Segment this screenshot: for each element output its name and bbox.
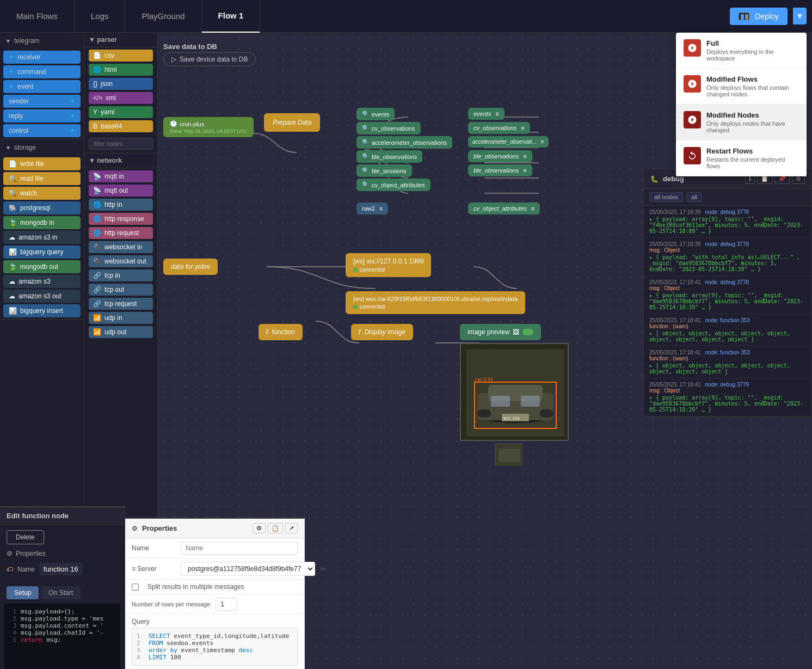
cron-plus-node[interactable]: 🕐 cron-plus Done: May 25, 2023, 14:18:07… [163,117,254,137]
data-yolov-node[interactable]: data for yolov [163,259,218,275]
network-tcp-out[interactable]: 🔗 tcp out [89,284,153,296]
parser-csv[interactable]: 📄 csv [89,50,153,62]
telegram-section-header[interactable]: ▼ telegram [0,33,84,49]
edit-section-title: ⚙ Properties [7,550,118,557]
prop-split-checkbox[interactable] [132,584,139,591]
write-cv-node[interactable]: cv_observations ≡ [468,122,530,134]
ws2-node[interactable]: [ws] wss://ai-629f15f0dfb63f130000010f.u… [346,291,525,314]
sidebar-item-reply[interactable]: reply ✈ [3,109,81,122]
ws2-status: connected [353,304,518,310]
deploy-modified-flows[interactable]: Modified Flows Only deploys flows that c… [676,69,807,105]
function-node[interactable]: f function [259,324,303,340]
prop-edit-server-btn[interactable]: ✏ [321,564,327,573]
sidebar-item-write-file[interactable]: 📄 write file [3,157,81,170]
accel-query-node[interactable]: 🔍 accelerometer_observations [356,136,452,149]
events-query-node[interactable]: 🔍 events [356,108,395,120]
write-ble-node[interactable]: ble_observations ≡ [468,150,532,162]
ble-sess-query-node[interactable]: 🔍 ble_sessions [356,164,412,177]
sidebar-item-bigquery-query[interactable]: 📊 bigquery query [3,245,81,259]
tab-logs[interactable]: Logs [75,0,126,33]
deploy-modified-nodes[interactable]: Modified Nodes Only deploys nodes that h… [676,105,807,140]
sidebar-item-amazon-s3-in[interactable]: ☁ amazon s3 in [3,231,81,244]
sidebar-item-mongodb-in[interactable]: 🍃 mongodb in [3,216,81,229]
sidebar-item-read-file[interactable]: 🔍 read file [3,172,81,185]
network-mqtt-out[interactable]: 📡 mqtt out [89,185,153,197]
cv-obs-query-node[interactable]: 🔍 cv_observations [356,122,421,134]
setup-tab[interactable]: Setup [7,586,39,599]
watch-icon: 🔍 [9,189,17,197]
ws1-node[interactable]: [ws] ws://127.0.0.1:1999 connected [346,253,431,277]
network-http-in[interactable]: 🌐 http in [89,199,153,211]
save-device-button[interactable]: ▷ Save device data to DB [163,52,256,66]
network-http-request[interactable]: 🌐 http request [89,227,153,239]
parser-html[interactable]: 🌐 html [89,64,153,76]
network-tcp-request[interactable]: 🔗 tcp request [89,298,153,310]
prop-rows-input[interactable] [216,598,237,611]
debug-entries: 25/05/2023, 17:18:39 node: debug 3778 ▸ … [644,206,811,416]
filter-nodes-input[interactable] [89,138,153,150]
parser-base64[interactable]: B base64 [89,120,153,132]
onstart-tab[interactable]: On Start [41,586,81,599]
network-websocket-in[interactable]: 🔌 websocket in [89,241,153,253]
tab-flow1[interactable]: Flow 1 [202,0,261,33]
mongodb-out-icon: 🍃 [9,263,17,271]
sidebar-item-sender[interactable]: sender ✈ [3,95,81,108]
deploy-restart-flows[interactable]: Restart Flows Restarts the current deplo… [676,140,807,176]
amazon-s3-out-icon: ☁ [9,278,15,285]
search-icon: 🔍 [362,111,370,118]
write-ble2-node[interactable]: ble_observations ≡ [468,164,532,176]
deploy-dropdown-button[interactable]: ▼ [793,8,807,24]
write-accel-node[interactable]: accelerometer_observati... ≡ [468,136,549,148]
sidebar-item-bigquery-insert[interactable]: 📊 bigquery insert [3,304,81,317]
top-nav: Main Flows Logs PlayGround Flow 1 Deploy… [0,0,812,33]
deploy-full[interactable]: Full Deploys everything in the workspace [676,33,807,69]
ble-obs-query-node[interactable]: 🔍 ble_observations [356,150,422,163]
prop-name-input[interactable] [181,542,298,555]
code-line-1: 1 msg.payload={}; [9,608,116,615]
prop-copy-btn[interactable]: 📋 [268,523,283,533]
display-image-node[interactable]: f Display image [351,324,413,340]
network-mqtt-in[interactable]: 📡 mqtt in [89,170,153,182]
debug-filter-nodes-btn[interactable]: all nodes [649,192,683,202]
sidebar-item-command[interactable]: ✈ command [3,65,81,78]
parser-yaml[interactable]: Y yaml [89,106,153,118]
prepare-data-node[interactable]: Prepare Data [264,113,320,132]
code-editor[interactable]: 1 msg.payload={}; 2 msg.payload.type = '… [4,604,120,669]
sidebar-item-mongodb-out[interactable]: 🍃 mongodb out [3,260,81,273]
sidebar-item-event[interactable]: ✈ event [3,80,81,93]
tcp-in-icon: 🔗 [93,272,101,279]
network-udp-in[interactable]: 📶 udp in [89,312,153,324]
parser-xml[interactable]: </> xml [89,92,153,104]
sidebar-item-watch[interactable]: 🔍 watch [3,187,81,200]
http-in-icon: 🌐 [93,201,101,208]
prop-query-code[interactable]: 1 SELECT event_type_id,longitude,latitud… [132,628,298,666]
sidebar-item-postgresql[interactable]: 🐘 postgresql [3,201,81,214]
image-preview-node[interactable]: image preview 🖼 [460,324,541,340]
query-line-3: 3 order by event_timestamp desc [137,647,293,654]
debug-filter-all-btn[interactable]: all [686,192,702,202]
write-cv2-node[interactable]: cv_object_attributes ≡ [468,202,540,214]
sidebar-item-amazon-s3-out[interactable]: ☁ amazon s3 out [3,290,81,303]
raw2-node[interactable]: raw2 ≡ [356,202,388,214]
parser-json[interactable]: {} json [89,78,153,90]
deploy-button[interactable]: Deploy [730,8,788,25]
network-http-response[interactable]: 🌐 http response [89,213,153,225]
prop-server-select[interactable]: postgres@a112758f9e8d34d8f9b4fe77 [181,562,315,576]
prop-settings-btn[interactable]: ⚙ [253,523,266,533]
prop-export-btn[interactable]: ↗ [285,523,298,533]
telegram-icon: ✈ [9,83,14,90]
tab-main-flows[interactable]: Main Flows [0,0,75,33]
write-events-node[interactable]: events ≡ [468,108,505,120]
cv-attr-query-node[interactable]: 🔍 cv_object_attributes [356,179,430,191]
sidebar-item-amazon-s3[interactable]: ☁ amazon s3 [3,275,81,288]
delete-button[interactable]: Delete [7,530,44,544]
network-udp-out[interactable]: 📶 udp out [89,326,153,338]
sidebar-item-receiver[interactable]: ✈ receiver [3,51,81,64]
network-tcp-in[interactable]: 🔗 tcp in [89,269,153,281]
sidebar-item-control[interactable]: control ✈ [3,124,81,137]
network-websocket-out[interactable]: 🔌 websocket out [89,255,153,267]
image-preview-box: car 0.93 B01 019 [460,343,569,441]
storage-section-header[interactable]: ▼ storage [0,139,84,156]
tab-playground[interactable]: PlayGround [125,0,201,33]
mqtt-in-icon: 📡 [93,173,101,180]
